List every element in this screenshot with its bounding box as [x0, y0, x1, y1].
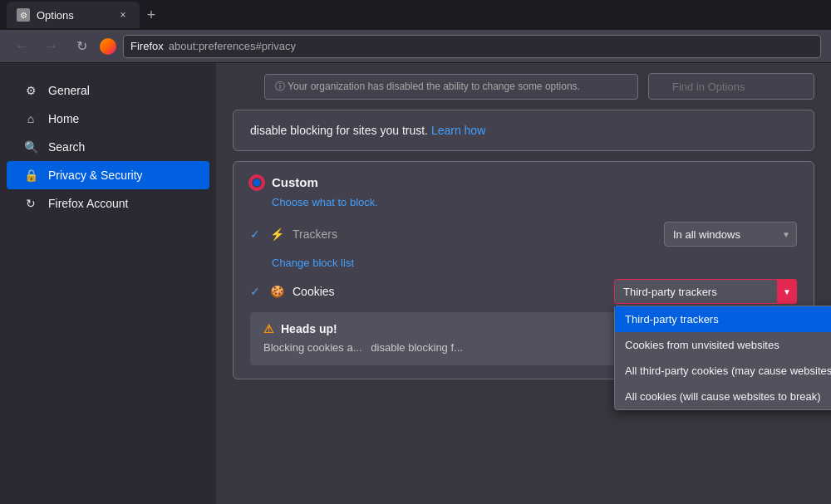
tab-strip: ⚙ Options × + — [7, 0, 163, 30]
sidebar-item-general[interactable]: ⚙ General — [7, 76, 209, 105]
dropdown-item-3[interactable]: All cookies (will cause websites to brea… — [615, 384, 831, 409]
warning-icon: ⚠ — [263, 322, 274, 335]
tab-close-button[interactable]: × — [116, 8, 130, 22]
choose-what-to-block-link[interactable]: Choose what to block. — [272, 196, 797, 208]
home-icon: ⌂ — [23, 111, 38, 126]
sidebar-item-privacy[interactable]: 🔒 Privacy & Security — [7, 161, 209, 189]
new-tab-button[interactable]: + — [140, 3, 163, 27]
custom-radio[interactable] — [250, 176, 263, 189]
cookies-dropdown-arrow-icon: ▼ — [777, 279, 797, 304]
back-button[interactable]: ← — [10, 35, 33, 58]
sidebar-label-privacy: Privacy & Security — [48, 169, 143, 182]
cookies-checkmark: ✓ — [250, 285, 262, 298]
trackers-icon: ⚡ — [270, 228, 284, 241]
custom-header: Custom — [250, 175, 797, 189]
address-bar: ← → ↻ Firefox about:preferences#privacy — [0, 30, 831, 63]
learn-how-link[interactable]: Learn how — [431, 124, 485, 137]
sidebar-label-account: Firefox Account — [48, 197, 129, 210]
sync-icon: ↻ — [23, 196, 38, 211]
dropdown-item-1[interactable]: Cookies from unvisited websites — [615, 332, 831, 358]
in-all-windows-select[interactable]: In all windows — [664, 222, 797, 247]
dropdown-item-2[interactable]: All third-party cookies (may cause websi… — [615, 358, 831, 384]
cookies-label: Cookies — [293, 285, 606, 298]
change-block-list-link[interactable]: Change block list — [272, 257, 797, 269]
url-text: about:preferences#privacy — [169, 40, 296, 52]
search-icon: 🔍 — [23, 139, 38, 154]
tab-title: Options — [37, 9, 74, 22]
trackers-label: Trackers — [293, 228, 656, 241]
sidebar-label-search: Search — [48, 140, 85, 154]
cookies-dropdown-button[interactable]: Third-party trackers ▼ — [614, 279, 797, 304]
sidebar-label-general: General — [48, 84, 90, 97]
url-firefox-label: Firefox — [130, 40, 164, 52]
radio-inner — [253, 179, 260, 186]
top-toolbar: ⓘ Your organization has disabled the abi… — [216, 63, 831, 110]
heads-up-label: Heads up! — [281, 322, 337, 335]
reload-button[interactable]: ↻ — [70, 35, 93, 58]
disable-blocking-text: disable blocking for sites you trust. — [250, 124, 428, 137]
trackers-dropdown-wrapper: In all windows ▼ — [664, 222, 797, 247]
find-input[interactable] — [648, 73, 814, 100]
forward-button[interactable]: → — [40, 35, 63, 58]
custom-section: Custom Choose what to block. ✓ ⚡ Tracker… — [233, 161, 814, 379]
sidebar-item-account[interactable]: ↻ Firefox Account — [7, 189, 209, 218]
notice-text: ⓘ Your organization has disabled the abi… — [275, 80, 580, 94]
dropdown-item-0[interactable]: Third-party trackers — [615, 306, 831, 332]
notice-bar: ⓘ Your organization has disabled the abi… — [264, 74, 638, 100]
cookies-row: ✓ 🍪 Cookies Third-party trackers ▼ Third… — [250, 279, 797, 304]
sidebar: ⚙ General ⌂ Home 🔍 Search 🔒 Privacy & Se… — [0, 63, 216, 504]
disable-blocking-bar: disable blocking for sites you trust. Le… — [233, 110, 814, 151]
custom-label: Custom — [272, 175, 318, 189]
firefox-logo — [100, 38, 116, 55]
lock-icon: 🔒 — [23, 168, 38, 183]
options-tab[interactable]: ⚙ Options × — [7, 2, 140, 28]
url-bar[interactable]: Firefox about:preferences#privacy — [123, 35, 821, 58]
title-bar: ⚙ Options × + — [0, 0, 831, 30]
tab-favicon: ⚙ — [17, 8, 30, 22]
content-area: ⓘ Your organization has disabled the abi… — [216, 63, 831, 504]
sidebar-item-home[interactable]: ⌂ Home — [7, 105, 209, 133]
main-layout: ⚙ General ⌂ Home 🔍 Search 🔒 Privacy & Se… — [0, 63, 831, 504]
trackers-row: ✓ ⚡ Trackers In all windows ▼ — [250, 218, 797, 250]
sidebar-label-home: Home — [48, 112, 79, 125]
gear-icon: ⚙ — [23, 83, 38, 98]
find-container: 🔍 — [648, 73, 814, 100]
sidebar-item-search[interactable]: 🔍 Search — [7, 133, 209, 161]
cookies-dropdown-container: Third-party trackers ▼ Third-party track… — [614, 279, 797, 304]
trackers-checkmark: ✓ — [250, 228, 262, 241]
content-body: disable blocking for sites you trust. Le… — [216, 110, 831, 406]
cookies-icon: 🍪 — [270, 285, 284, 298]
cookies-selected-value: Third-party trackers — [623, 286, 717, 298]
cookies-dropdown-menu: Third-party trackers Cookies from unvisi… — [614, 306, 831, 410]
